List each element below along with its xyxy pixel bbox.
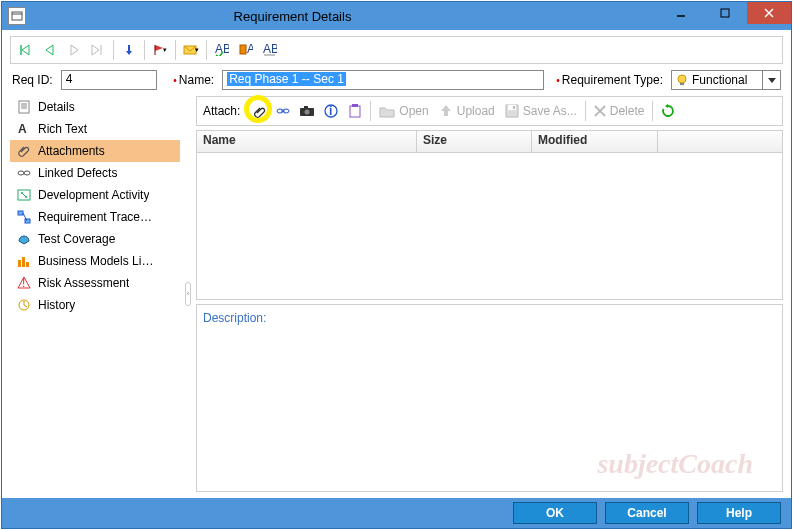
grid-col-name[interactable]: Name bbox=[197, 131, 417, 152]
svg-rect-56 bbox=[352, 104, 358, 107]
upload-button[interactable]: Upload bbox=[435, 99, 499, 123]
sidebar-item-rich-text[interactable]: A Rich Text bbox=[10, 118, 180, 140]
grid-col-modified[interactable]: Modified bbox=[532, 131, 658, 152]
sidebar-item-label: Requirement Trace… bbox=[38, 210, 152, 224]
requirement-type-dropdown-arrow[interactable] bbox=[762, 71, 780, 89]
reqid-field[interactable]: 4 bbox=[61, 70, 158, 90]
attach-sysinfo-button[interactable]: i bbox=[320, 100, 342, 122]
grid-col-size[interactable]: Size bbox=[417, 131, 532, 152]
refresh-button[interactable] bbox=[657, 100, 679, 122]
svg-rect-3 bbox=[721, 9, 729, 17]
sidebar-item-label: History bbox=[38, 298, 75, 312]
svg-marker-7 bbox=[22, 45, 29, 55]
details-icon bbox=[16, 99, 32, 115]
svg-marker-8 bbox=[46, 45, 53, 55]
sidebar-item-label: Test Coverage bbox=[38, 232, 115, 246]
main-toolbar: ▾ ▾ AB AB AB bbox=[10, 36, 783, 64]
svg-rect-41 bbox=[26, 262, 29, 267]
reqid-label: Req ID: bbox=[12, 73, 53, 87]
window-sys-icon bbox=[8, 7, 26, 25]
svg-rect-23 bbox=[680, 83, 684, 85]
attach-toolbar: Attach: i Open Upload Save As... bbox=[196, 96, 783, 126]
spellcheck-button[interactable]: AB bbox=[211, 39, 233, 61]
name-label: Name: bbox=[173, 73, 214, 87]
svg-text:!: ! bbox=[22, 276, 25, 290]
svg-marker-13 bbox=[126, 51, 132, 55]
open-button[interactable]: Open bbox=[375, 99, 432, 123]
name-value: Req Phase 1 -- Sec 1 bbox=[227, 72, 346, 86]
name-field[interactable]: Req Phase 1 -- Sec 1 bbox=[222, 70, 543, 90]
sidebar-item-label: Rich Text bbox=[38, 122, 87, 136]
svg-marker-14 bbox=[155, 45, 163, 51]
svg-rect-55 bbox=[350, 106, 360, 117]
mail-button[interactable]: ▾ bbox=[180, 39, 202, 61]
attach-link-button[interactable] bbox=[272, 100, 294, 122]
svg-rect-52 bbox=[304, 106, 308, 109]
delete-label: Delete bbox=[610, 104, 645, 118]
requirement-type-label: Requirement Type: bbox=[556, 73, 663, 87]
description-panel[interactable]: Description: bbox=[196, 304, 783, 492]
sidebar-item-linked-defects[interactable]: Linked Defects bbox=[10, 162, 180, 184]
save-as-label: Save As... bbox=[523, 104, 577, 118]
nav-prev-button[interactable] bbox=[39, 39, 61, 61]
dev-activity-icon bbox=[16, 187, 32, 203]
thesaurus-button[interactable]: AB bbox=[235, 39, 257, 61]
sidebar-item-development-activity[interactable]: Development Activity bbox=[10, 184, 180, 206]
delete-button[interactable]: Delete bbox=[590, 99, 649, 123]
sidebar-item-requirement-trace[interactable]: Requirement Trace… bbox=[10, 206, 180, 228]
save-as-button[interactable]: Save As... bbox=[501, 99, 581, 123]
upload-label: Upload bbox=[457, 104, 495, 118]
sidebar-item-test-coverage[interactable]: Test Coverage bbox=[10, 228, 180, 250]
nav-first-button[interactable] bbox=[15, 39, 37, 61]
svg-rect-40 bbox=[22, 257, 25, 267]
svg-rect-36 bbox=[18, 211, 23, 215]
nav-last-button[interactable] bbox=[87, 39, 109, 61]
svg-rect-39 bbox=[18, 260, 21, 267]
pin-button[interactable] bbox=[118, 39, 140, 61]
grid-col-spacer bbox=[658, 131, 783, 152]
open-label: Open bbox=[399, 104, 428, 118]
attach-file-button[interactable] bbox=[248, 100, 270, 122]
rich-text-icon: A bbox=[16, 121, 32, 137]
sidebar: Details A Rich Text Attachments Linked D… bbox=[10, 96, 180, 492]
description-label: Description: bbox=[203, 311, 266, 325]
business-models-icon bbox=[16, 253, 32, 269]
history-icon bbox=[16, 297, 32, 313]
sidebar-item-business-models[interactable]: Business Models Li… bbox=[10, 250, 180, 272]
svg-marker-24 bbox=[768, 78, 776, 83]
sidebar-item-label: Development Activity bbox=[38, 188, 149, 202]
svg-marker-63 bbox=[665, 104, 668, 108]
window-close-button[interactable] bbox=[747, 2, 791, 24]
splitter[interactable]: ‹ bbox=[184, 96, 192, 492]
window-maximize-button[interactable] bbox=[703, 2, 747, 24]
sidebar-item-label: Business Models Li… bbox=[38, 254, 153, 268]
nav-next-button[interactable] bbox=[63, 39, 85, 61]
spelling-options-button[interactable]: AB bbox=[259, 39, 281, 61]
attach-clipboard-button[interactable] bbox=[344, 100, 366, 122]
cancel-button[interactable]: Cancel bbox=[605, 502, 689, 524]
flag-button[interactable]: ▾ bbox=[149, 39, 171, 61]
requirement-type-field[interactable]: Functional bbox=[671, 70, 781, 90]
svg-point-30 bbox=[18, 171, 24, 175]
attachments-grid[interactable]: Name Size Modified bbox=[196, 130, 783, 300]
help-button[interactable]: Help bbox=[697, 502, 781, 524]
title-bar: Requirement Details bbox=[2, 2, 791, 30]
sidebar-item-risk-assessment[interactable]: ! Risk Assessment bbox=[10, 272, 180, 294]
test-coverage-icon bbox=[16, 231, 32, 247]
svg-text:AB: AB bbox=[247, 44, 253, 56]
svg-text:AB: AB bbox=[263, 44, 277, 56]
svg-marker-9 bbox=[71, 45, 78, 55]
window-title: Requirement Details bbox=[26, 9, 659, 24]
svg-rect-60 bbox=[513, 106, 515, 109]
ok-button[interactable]: OK bbox=[513, 502, 597, 524]
sidebar-item-details[interactable]: Details bbox=[10, 96, 180, 118]
sidebar-item-history[interactable]: History bbox=[10, 294, 180, 316]
svg-text:A: A bbox=[18, 122, 27, 136]
req-trace-icon bbox=[16, 209, 32, 225]
sidebar-item-attachments[interactable]: Attachments bbox=[10, 140, 180, 162]
attach-label: Attach: bbox=[203, 104, 240, 118]
svg-rect-25 bbox=[19, 101, 29, 113]
sidebar-item-label: Details bbox=[38, 100, 75, 114]
window-minimize-button[interactable] bbox=[659, 2, 703, 24]
attach-snapshot-button[interactable] bbox=[296, 100, 318, 122]
